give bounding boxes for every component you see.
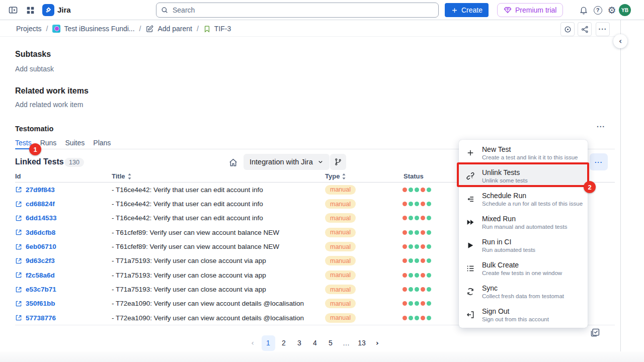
testomatio-heading: Testomatio [15,125,53,133]
breadcrumb-separator: / [197,25,199,33]
test-id-link[interactable]: e53c7b71 [15,286,56,293]
play-icon [459,241,482,250]
test-id-link[interactable]: cd68824f [15,200,55,208]
menu-item-bulk-create[interactable]: Bulk CreateCreate few tests in one windo… [459,257,588,280]
menu-item-new-test[interactable]: New TestCreate a test and link it it to … [459,141,588,164]
bulk-select-button[interactable] [590,326,603,339]
user-avatar[interactable]: YB [619,4,631,16]
pagination-next-button[interactable]: › [371,335,384,351]
breadcrumb-projects-label: Projects [16,25,42,33]
gear-icon: ⚙ [607,6,616,15]
menu-item-sync[interactable]: SyncCollect fresh data from testomat [459,280,588,303]
test-title: - T71a75193: Verify user can close accou… [112,272,266,279]
column-header-type[interactable]: Type [325,172,346,180]
sidebar-toggle-button[interactable] [6,3,20,17]
avatar-initials: YB [621,8,628,13]
test-id-link[interactable]: 6dd14533 [15,214,57,222]
sign-out-icon [459,310,482,319]
test-id-link[interactable]: 27d9f843 [15,186,55,194]
sidebar-toggle-icon [8,5,18,15]
jira-logo-icon [44,6,52,14]
fast-forward-icon [459,218,482,227]
issue-more-actions-button[interactable]: ··· [596,22,610,36]
tests-more-actions-button[interactable]: ··· [590,153,608,170]
project-selector-dropdown[interactable]: Integration with Jira [244,154,330,170]
breadcrumb-add-parent[interactable]: Add parent [145,25,192,33]
test-title: - T61cfef89: Verify user can view accoun… [112,229,279,236]
menu-item-description: Collect fresh data from testomat [482,293,564,299]
settings-button[interactable]: ⚙ [605,3,619,17]
pagination-prev-button[interactable]: ‹ [246,335,260,351]
status-fail-dot [403,301,407,306]
watch-button[interactable] [560,22,575,36]
edit-icon [145,25,154,33]
share-button[interactable] [578,22,592,36]
branch-selector-button[interactable] [330,154,346,170]
app-switcher-button[interactable] [23,3,37,17]
pagination-page-4[interactable]: 4 [308,335,322,351]
pagination-page-2[interactable]: 2 [277,335,291,351]
test-title: - T16ce4e42: Verify that user can edit a… [112,186,263,194]
test-id-link[interactable]: 350f61bb [15,300,55,307]
status-pass-dot [409,230,413,235]
status-pass-dot [427,244,431,249]
add-related-item-link[interactable]: Add related work item [15,101,83,109]
panel-divider [620,20,621,362]
menu-item-mixed-run[interactable]: Mixed RunRun manual and automated tests [459,211,588,234]
collapse-panel-button[interactable]: ‹ [613,34,627,48]
home-button[interactable] [228,156,242,169]
breadcrumb-project[interactable]: Test iBusiness Fundi... [52,25,134,33]
pagination-page-1[interactable]: 1 [262,335,275,351]
pagination-ellipsis: … [340,335,353,351]
help-button[interactable]: ? [591,3,605,17]
more-horizontal-icon: ··· [599,25,607,33]
premium-trial-label: Premium trial [515,6,556,14]
menu-item-schedule-run[interactable]: Schedule RunSchedule a run for all tests… [459,188,588,211]
status-pass-dot [415,216,419,220]
breadcrumb-issue[interactable]: TIF-3 [203,25,231,33]
status-pass-dot [409,244,413,249]
status-pass-dot [415,287,419,292]
tab-suites[interactable]: Suites [65,139,85,151]
testomatio-more-button[interactable]: ··· [597,123,605,131]
test-type-badge: manual [325,199,356,209]
tab-runs[interactable]: Runs [40,139,57,151]
breadcrumb-projects[interactable]: Projects [16,25,42,33]
column-header-id[interactable]: Id [15,172,21,180]
pagination: ‹12345…13› [15,335,615,351]
column-header-title[interactable]: Title [112,172,132,180]
test-id-link[interactable]: 57738776 [15,314,56,322]
menu-item-title: Sync [482,284,564,292]
test-id-link[interactable]: 9d63c2f3 [15,257,55,264]
menu-item-run-in-ci[interactable]: Run in CIRun automated tests [459,234,588,257]
test-title: - T71a75193: Verify user can close accou… [112,286,266,293]
pagination-page-13[interactable]: 13 [355,335,369,351]
app-grid-icon [26,6,35,15]
add-subtask-link[interactable]: Add subtask [15,65,54,73]
status-pass-dot [427,188,431,192]
status-pass-dot [409,273,413,278]
status-pass-dot [415,230,419,235]
premium-trial-button[interactable]: Premium trial [497,3,563,17]
tab-plans[interactable]: Plans [93,139,111,151]
test-title: - T61cfef89: Verify user can view accoun… [112,243,279,250]
notifications-button[interactable] [577,3,591,17]
external-link-icon [15,272,22,279]
test-id-link[interactable]: 3d6dcfb8 [15,229,55,236]
status-fail-dot [403,316,407,320]
menu-item-unlink-tests[interactable]: Unlink TestsUnlink some tests [459,164,588,188]
search-input[interactable] [156,3,439,18]
menu-item-title: Schedule Run [482,192,583,200]
jira-logo[interactable] [42,4,54,16]
linked-tests-count-badge: 130 [64,158,84,167]
status-fail-dot [421,287,425,292]
pagination-page-5[interactable]: 5 [324,335,338,351]
test-id-link[interactable]: f2c58a6d [15,272,55,279]
test-id-link[interactable]: 6eb06710 [15,243,56,250]
pagination-page-3[interactable]: 3 [293,335,306,351]
menu-item-title: Bulk Create [482,261,562,269]
content-divider [0,36,620,37]
menu-item-sign-out[interactable]: Sign OutSign out from this account [459,303,588,326]
create-button[interactable]: Create [445,3,489,17]
test-status-dots [403,316,431,320]
